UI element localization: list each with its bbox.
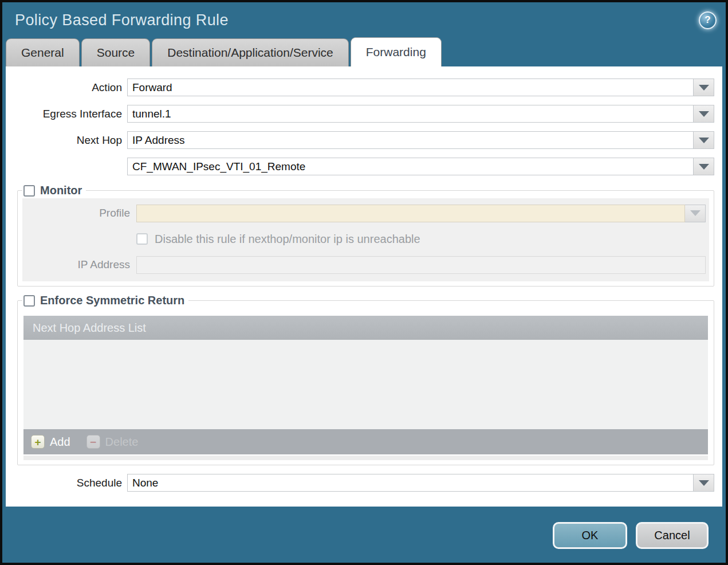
enforce-symmetric-return-label: Enforce Symmetric Return bbox=[40, 294, 184, 307]
action-input[interactable] bbox=[127, 79, 694, 96]
profile-row: Profile bbox=[22, 204, 706, 222]
action-row: Action bbox=[6, 79, 714, 96]
chevron-down-icon bbox=[690, 210, 701, 216]
chevron-down-icon bbox=[699, 480, 709, 486]
egress-interface-label: Egress Interface bbox=[6, 108, 127, 120]
monitor-ip-address-field bbox=[136, 256, 706, 274]
disable-rule-checkbox bbox=[136, 233, 148, 245]
chevron-down-icon bbox=[699, 138, 709, 143]
action-combo bbox=[127, 79, 714, 96]
ok-button[interactable]: OK bbox=[553, 522, 627, 549]
dialog-titlebar: Policy Based Forwarding Rule ? bbox=[2, 2, 726, 38]
cancel-button[interactable]: Cancel bbox=[636, 522, 709, 549]
monitor-panel: Profile Disable this rule if nexthop/mon… bbox=[22, 198, 709, 281]
monitor-checkbox[interactable] bbox=[23, 185, 35, 197]
add-button[interactable]: + Add bbox=[31, 435, 70, 449]
enforce-symmetric-return-checkbox[interactable] bbox=[23, 295, 35, 307]
action-dropdown-button[interactable] bbox=[694, 79, 714, 96]
next-hop-address-list-header: Next Hop Address List bbox=[23, 316, 708, 340]
next-hop-address-row bbox=[6, 158, 714, 175]
chevron-down-icon bbox=[699, 111, 709, 117]
help-icon[interactable]: ? bbox=[699, 11, 717, 29]
delete-button-label: Delete bbox=[105, 435, 139, 449]
next-hop-address-list-body bbox=[23, 340, 708, 429]
tab-source[interactable]: Source bbox=[81, 38, 151, 66]
monitor-fieldset: Monitor Profile Disable this rule if nex… bbox=[17, 184, 714, 287]
tab-general[interactable]: General bbox=[6, 38, 80, 66]
monitor-legend: Monitor bbox=[22, 184, 86, 197]
profile-combo bbox=[136, 205, 706, 222]
next-hop-combo bbox=[127, 131, 714, 149]
horizontal-scrollbar bbox=[23, 456, 708, 460]
monitor-ip-address-input bbox=[136, 256, 706, 274]
chevron-down-icon bbox=[699, 85, 709, 91]
next-hop-label: Next Hop bbox=[6, 134, 127, 147]
policy-based-forwarding-dialog: Policy Based Forwarding Rule ? General S… bbox=[0, 0, 728, 565]
add-icon: + bbox=[31, 435, 45, 449]
enforce-symmetric-return-fieldset: Enforce Symmetric Return Next Hop Addres… bbox=[17, 294, 714, 465]
enforce-symmetric-return-legend: Enforce Symmetric Return bbox=[22, 294, 188, 307]
next-hop-dropdown-button[interactable] bbox=[694, 131, 714, 149]
monitor-ip-address-label: IP Address bbox=[22, 258, 136, 271]
delete-icon: − bbox=[86, 435, 100, 449]
next-hop-address-list-table: Next Hop Address List + Add − Delete bbox=[23, 316, 708, 460]
schedule-input[interactable] bbox=[127, 474, 694, 492]
add-button-label: Add bbox=[50, 435, 70, 449]
forwarding-tab-panel: Action Egress Interface Next Hop bbox=[6, 66, 722, 507]
disable-rule-label: Disable this rule if nexthop/monitor ip … bbox=[155, 233, 420, 246]
next-hop-address-combo bbox=[127, 158, 714, 175]
schedule-combo bbox=[127, 474, 714, 492]
next-hop-address-dropdown-button[interactable] bbox=[694, 158, 714, 175]
dialog-footer: OK Cancel bbox=[2, 507, 726, 563]
next-hop-address-list-toolbar: + Add − Delete bbox=[23, 429, 708, 454]
egress-interface-dropdown-button[interactable] bbox=[694, 105, 714, 123]
tab-destination-application-service[interactable]: Destination/Application/Service bbox=[152, 38, 349, 66]
egress-interface-combo bbox=[127, 105, 714, 123]
next-hop-row: Next Hop bbox=[6, 131, 714, 149]
monitor-ip-address-row: IP Address bbox=[22, 256, 706, 274]
dialog-title: Policy Based Forwarding Rule bbox=[15, 11, 229, 29]
tab-forwarding[interactable]: Forwarding bbox=[351, 37, 442, 66]
profile-dropdown-button bbox=[685, 205, 706, 222]
egress-interface-input[interactable] bbox=[127, 105, 694, 123]
schedule-dropdown-button[interactable] bbox=[694, 474, 714, 492]
chevron-down-icon bbox=[699, 164, 709, 170]
schedule-row: Schedule bbox=[6, 474, 714, 492]
egress-interface-row: Egress Interface bbox=[6, 105, 714, 123]
profile-input bbox=[136, 205, 685, 222]
next-hop-address-input[interactable] bbox=[127, 158, 694, 175]
tab-bar: General Source Destination/Application/S… bbox=[2, 38, 726, 66]
monitor-legend-label: Monitor bbox=[40, 184, 82, 197]
profile-label: Profile bbox=[22, 207, 136, 219]
delete-button: − Delete bbox=[86, 435, 139, 449]
schedule-label: Schedule bbox=[6, 477, 127, 489]
disable-rule-row: Disable this rule if nexthop/monitor ip … bbox=[136, 230, 709, 248]
action-label: Action bbox=[6, 81, 127, 94]
next-hop-type-input[interactable] bbox=[127, 131, 694, 149]
